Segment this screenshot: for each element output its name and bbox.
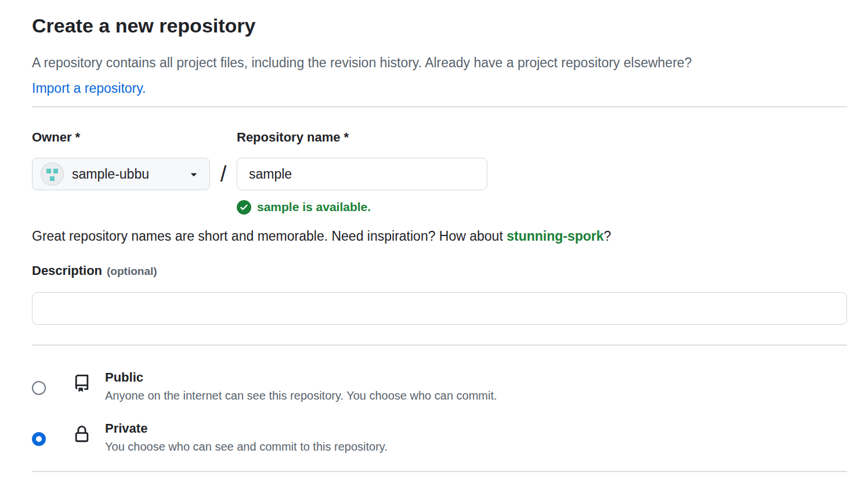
owner-select-button[interactable]: sample-ubbu xyxy=(32,158,210,190)
suggestion-suffix: ? xyxy=(604,229,612,244)
public-option-text: Public Anyone on the internet can see th… xyxy=(105,369,497,404)
visibility-options: Public Anyone on the internet can see th… xyxy=(32,369,847,455)
private-option-note: You choose who can see and commit to thi… xyxy=(105,438,388,455)
check-circle-icon xyxy=(237,200,251,215)
private-radio[interactable] xyxy=(32,432,46,446)
divider-top xyxy=(32,106,847,107)
public-radio[interactable] xyxy=(32,381,46,395)
owner-label: Owner * xyxy=(32,129,210,146)
repository-name-label: Repository name * xyxy=(237,129,487,146)
repository-name-field: Repository name * sample is available. xyxy=(237,129,487,215)
chevron-down-icon xyxy=(187,168,200,180)
divider-middle xyxy=(32,344,847,346)
avatar-pixel xyxy=(50,176,55,181)
visibility-option-private: Private You choose who can see and commi… xyxy=(32,420,847,455)
availability-message: sample is available. xyxy=(237,200,487,215)
availability-text: sample is available. xyxy=(257,200,371,215)
subtitle-text: A repository contains all project files,… xyxy=(32,55,692,70)
divider-bottom xyxy=(32,471,847,472)
description-label: Description xyxy=(32,263,102,278)
description-optional-hint: (optional) xyxy=(107,265,157,277)
visibility-option-public: Public Anyone on the internet can see th… xyxy=(32,369,847,404)
public-option-title: Public xyxy=(105,369,497,386)
owner-avatar xyxy=(41,162,64,186)
repository-name-input[interactable] xyxy=(237,158,487,190)
owner-repo-separator: / xyxy=(210,158,237,190)
repo-book-icon xyxy=(73,375,91,392)
description-field: Description(optional) xyxy=(32,263,847,325)
create-repository-page: Create a new repository A repository con… xyxy=(0,14,868,472)
lock-icon xyxy=(73,426,91,443)
page-title: Create a new repository xyxy=(32,14,847,37)
owner-field: Owner * sample-ubbu xyxy=(32,129,210,190)
suggested-repo-name: stunning-spork xyxy=(507,229,603,244)
description-input[interactable] xyxy=(32,292,847,325)
avatar-pixel xyxy=(53,169,58,173)
owner-selected-login: sample-ubbu xyxy=(72,166,149,182)
page-subtitle: A repository contains all project files,… xyxy=(32,50,847,101)
public-option-note: Anyone on the internet can see this repo… xyxy=(105,387,497,404)
description-label-row: Description(optional) xyxy=(32,263,847,280)
private-option-title: Private xyxy=(105,420,388,437)
owner-repo-row: Owner * sample-ubbu / Repository name * xyxy=(32,129,847,215)
import-repository-link[interactable]: Import a repository. xyxy=(32,75,146,101)
suggestion-prefix: Great repository names are short and mem… xyxy=(32,229,507,244)
private-option-text: Private You choose who can see and commi… xyxy=(105,420,388,455)
name-suggestion: Great repository names are short and mem… xyxy=(32,228,847,244)
avatar-pixel xyxy=(46,169,51,173)
